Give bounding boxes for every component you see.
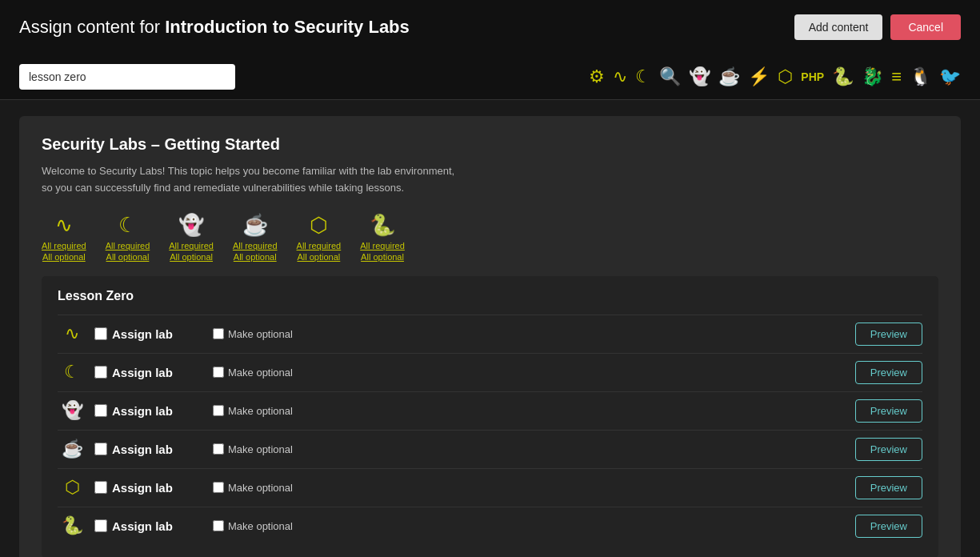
preview-button-5[interactable]: Preview [855, 515, 922, 538]
all-optional-link-2[interactable]: All optional [170, 252, 213, 262]
lang-filter-item-1: ☾ All required All optional [106, 213, 150, 262]
optional-checkbox-5[interactable] [213, 520, 224, 531]
nodejs-icon[interactable]: ⬡ [778, 66, 793, 87]
header-buttons: Add content Cancel [794, 14, 961, 40]
assign-lab-label-2: Assign lab [112, 404, 173, 418]
lang-filter-links-2: All required All optional [169, 241, 214, 262]
assign-checkbox-3[interactable] [94, 443, 107, 455]
all-required-link-2[interactable]: All required [169, 241, 214, 250]
lang-filter-links-3: All required All optional [233, 241, 278, 262]
add-content-button[interactable]: Add content [794, 14, 883, 40]
all-required-link-5[interactable]: All required [360, 241, 405, 250]
make-optional-label-0: Make optional [228, 328, 293, 340]
make-optional-label-5: Make optional [228, 520, 293, 532]
lab-lang-icon-2: 👻 [58, 400, 86, 421]
all-optional-link-4[interactable]: All optional [297, 252, 340, 262]
search-input[interactable] [19, 64, 235, 90]
lang-filter-item-3: ☕ All required All optional [233, 213, 278, 262]
assign-lab-label-3: Assign lab [112, 443, 173, 456]
java-icon[interactable]: ☕ [718, 66, 740, 87]
all-optional-link-1[interactable]: All optional [106, 252, 150, 262]
lab-row-0: ∿ Assign lab Make optional Preview [58, 315, 922, 353]
rails-icon[interactable]: ≡ [891, 66, 902, 87]
card-title: Security Labs – Getting Started [42, 135, 938, 154]
search-bar-row: ⚙ ∿ ☾ 🔍 👻 ☕ ⚡ ⬡ PHP 🐍 🐉 ≡ 🐧 🐦 [0, 54, 980, 100]
lang-icons-header: ⚙ ∿ ☾ 🔍 👻 ☕ ⚡ ⬡ PHP 🐍 🐉 ≡ 🐧 🐦 [589, 66, 961, 87]
all-required-link-4[interactable]: All required [297, 241, 342, 250]
assign-lab-area-4: Assign lab [94, 481, 198, 495]
assign-lab-area-3: Assign lab [94, 443, 198, 456]
lang-filter-links-1: All required All optional [106, 241, 150, 262]
make-optional-label-3: Make optional [228, 443, 293, 455]
assign-checkbox-4[interactable] [94, 481, 107, 494]
all-required-link-1[interactable]: All required [106, 241, 150, 250]
lab-lang-icon-0: ∿ [58, 323, 86, 344]
content-card: Security Labs – Getting Started Welcome … [19, 116, 961, 557]
swift-icon[interactable]: 🐦 [939, 66, 961, 87]
page-title: Assign content for Introduction to Secur… [19, 17, 410, 38]
main-content: Security Labs – Getting Started Welcome … [0, 100, 980, 557]
preview-button-3[interactable]: Preview [855, 438, 922, 461]
lab-row-5: 🐍 Assign lab Make optional Preview [58, 507, 922, 545]
make-optional-area-5: Make optional [213, 520, 337, 532]
preview-button-2[interactable]: Preview [855, 399, 922, 423]
assign-checkbox-2[interactable] [94, 404, 107, 417]
lang-filter-item-5: 🐍 All required All optional [360, 213, 405, 262]
title-prefix: Assign content for [19, 17, 165, 37]
android-icon[interactable]: 👻 [689, 66, 710, 87]
lesson-title: Lesson Zero [58, 289, 922, 303]
all-optional-link-5[interactable]: All optional [361, 252, 404, 262]
preview-button-4[interactable]: Preview [855, 476, 922, 499]
lang-filter-icon-3: ☕ [242, 213, 268, 238]
lang-filter-icon-1: ☾ [118, 213, 137, 238]
assign-checkbox-1[interactable] [94, 366, 107, 379]
assign-lab-area-0: Assign lab [94, 327, 198, 341]
assign-lab-label-0: Assign lab [112, 327, 173, 341]
preview-button-0[interactable]: Preview [855, 323, 922, 346]
assign-checkbox-0[interactable] [94, 327, 107, 340]
lab-lang-icon-4: ⬡ [58, 477, 86, 498]
csharp-icon[interactable]: ⚙ [589, 66, 605, 87]
optional-checkbox-0[interactable] [213, 328, 224, 339]
make-optional-area-1: Make optional [213, 367, 337, 379]
optional-checkbox-3[interactable] [213, 443, 224, 455]
linux-icon[interactable]: 🐧 [910, 66, 931, 87]
scala-icon[interactable]: ⚡ [748, 66, 770, 87]
ruby-icon[interactable]: ☾ [635, 66, 651, 87]
card-description: Welcome to Security Labs! This topic hel… [42, 163, 458, 197]
lab-row-1: ☾ Assign lab Make optional Preview [58, 353, 922, 391]
preview-button-1[interactable]: Preview [855, 361, 922, 384]
lab-row-2: 👻 Assign lab Make optional Preview [58, 391, 922, 430]
make-optional-label-2: Make optional [228, 405, 293, 417]
optional-checkbox-4[interactable] [213, 482, 224, 493]
make-optional-area-0: Make optional [213, 328, 337, 340]
all-required-link-3[interactable]: All required [233, 241, 278, 250]
all-optional-link-3[interactable]: All optional [234, 252, 277, 262]
optional-checkbox-1[interactable] [213, 367, 224, 378]
lab-row-4: ⬡ Assign lab Make optional Preview [58, 468, 922, 507]
make-optional-area-3: Make optional [213, 443, 337, 455]
make-optional-label-4: Make optional [228, 482, 293, 494]
all-optional-link-0[interactable]: All optional [42, 252, 86, 262]
nodejs-wave-icon[interactable]: ∿ [613, 66, 627, 87]
lang-filter-links-4: All required All optional [297, 241, 342, 262]
go-icon[interactable]: 🐉 [862, 66, 883, 87]
lang-filter-row: ∿ All required All optional ☾ All requir… [42, 213, 938, 262]
lang-filter-item-2: 👻 All required All optional [169, 213, 214, 262]
lab-row-3: ☕ Assign lab Make optional Preview [58, 430, 922, 468]
cancel-button[interactable]: Cancel [890, 14, 961, 40]
lang-filter-links-5: All required All optional [360, 241, 405, 262]
lang-filter-item-4: ⬡ All required All optional [297, 213, 342, 262]
search-icon[interactable]: 🔍 [659, 66, 681, 87]
optional-checkbox-2[interactable] [213, 405, 224, 416]
lang-filter-links-0: All required All optional [42, 241, 86, 262]
php-icon[interactable]: PHP [801, 70, 824, 83]
assign-lab-label-1: Assign lab [112, 366, 173, 379]
lang-filter-item-0: ∿ All required All optional [42, 213, 86, 262]
lang-filter-icon-0: ∿ [55, 213, 73, 238]
assign-checkbox-5[interactable] [94, 519, 107, 532]
lang-filter-icon-5: 🐍 [370, 213, 395, 238]
python-icon[interactable]: 🐍 [832, 66, 854, 87]
all-required-link-0[interactable]: All required [42, 241, 86, 250]
header: Assign content for Introduction to Secur… [0, 0, 980, 54]
